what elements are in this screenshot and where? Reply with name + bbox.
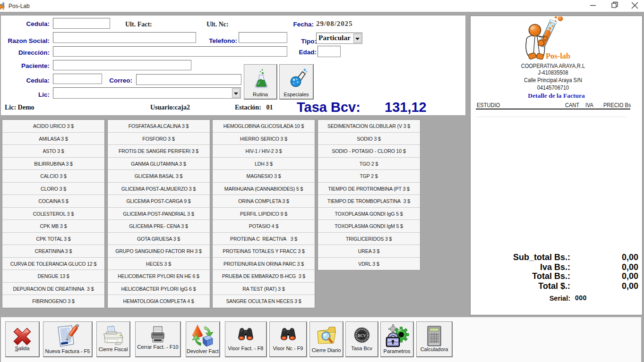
svg-text:Pos-lab: Pos-lab [546, 51, 570, 60]
svg-text:BCV: BCV [358, 333, 367, 338]
